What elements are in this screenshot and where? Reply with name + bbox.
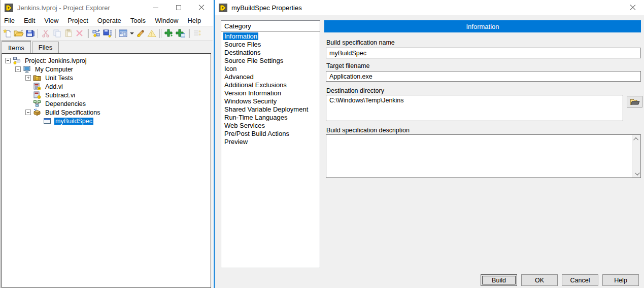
category-item-web-services[interactable]: Web Services (221, 122, 320, 130)
paste-icon[interactable] (62, 28, 74, 39)
vi-file-icon (33, 83, 41, 90)
tree-row-add-vi[interactable]: Add.vi (2, 82, 211, 91)
close-icon (198, 5, 205, 11)
tree-row-mybuildspec[interactable]: myBuildSpec (2, 117, 211, 125)
tree-row-unit-tests[interactable]: Unit Tests (2, 74, 211, 82)
category-item-source-file-settings[interactable]: Source File Settings (221, 57, 320, 65)
minimize-button[interactable] (144, 0, 167, 15)
warning-icon[interactable] (146, 28, 157, 39)
tree-label: Dependencies (44, 100, 87, 107)
dialog-close-button[interactable] (621, 0, 644, 15)
window-view-icon[interactable] (118, 28, 129, 39)
category-item-icon[interactable]: Icon (221, 65, 320, 73)
description-text (326, 135, 632, 177)
save-all-icon[interactable] (102, 28, 113, 39)
tab-files[interactable]: Files (32, 42, 59, 53)
maximize-icon (176, 5, 181, 10)
category-item-additional-exclusions[interactable]: Additional Exclusions (221, 81, 320, 89)
tabstrip: Items Files (1, 41, 213, 53)
category-item-windows-security[interactable]: Windows Security (221, 97, 320, 105)
category-item-destinations[interactable]: Destinations (221, 49, 320, 57)
tree-row-project[interactable]: Project: Jenkins.lvproj (2, 56, 211, 65)
description-input[interactable] (326, 134, 641, 178)
window-view-dropdown-icon[interactable] (130, 32, 134, 34)
help-button[interactable]: Help (602, 274, 639, 286)
add-item-icon[interactable] (163, 28, 175, 39)
menu-view[interactable]: View (40, 16, 63, 25)
destination-directory-label: Destination directory (326, 87, 384, 94)
new-file-icon[interactable] (2, 28, 13, 39)
edit-hand-icon[interactable] (135, 28, 146, 39)
menu-help[interactable]: Help (183, 16, 206, 25)
menu-file[interactable]: File (1, 16, 19, 25)
toolbar (1, 26, 213, 41)
target-filename-input[interactable] (326, 71, 641, 82)
tree-row-my-computer[interactable]: My Computer (2, 65, 211, 74)
collapse-expander-icon[interactable] (15, 66, 21, 72)
scroll-up-icon[interactable] (632, 135, 641, 143)
destination-directory-input[interactable]: C:\Windows\Temp\Jenkins (326, 95, 623, 121)
dependencies-icon (33, 100, 41, 107)
cut-icon[interactable] (40, 28, 51, 39)
menu-operate[interactable]: Operate (93, 16, 126, 25)
collapse-expander-icon[interactable] (5, 58, 11, 63)
build-spec-name-label: Build specification name (326, 39, 395, 46)
category-item-source-files[interactable]: Source Files (221, 41, 320, 49)
maximize-button[interactable] (167, 0, 190, 15)
resolve-conflicts-icon[interactable] (91, 28, 102, 39)
save-icon[interactable] (24, 28, 36, 39)
menu-tools[interactable]: Tools (126, 16, 150, 25)
category-item-shared-variable-deployment[interactable]: Shared Variable Deployment (221, 105, 320, 114)
dialog-title: myBuildSpec Properties (231, 4, 302, 12)
computer-icon (23, 65, 31, 73)
description-label: Build specification description (326, 127, 410, 134)
folder-icon (630, 98, 640, 105)
properties-dialog: myBuildSpec Properties Category Informat… (214, 0, 644, 288)
menu-edit[interactable]: Edit (19, 16, 40, 25)
tree-label: Build Specifications (44, 109, 101, 116)
scroll-down-icon[interactable] (632, 169, 641, 177)
expand-expander-icon[interactable] (25, 75, 31, 81)
open-folder-icon[interactable] (13, 28, 24, 39)
tree-label: Unit Tests (44, 75, 74, 82)
menu-project[interactable]: Project (63, 16, 92, 25)
tree-row-dependencies[interactable]: Dependencies (2, 99, 211, 108)
ok-button[interactable]: OK (521, 274, 558, 286)
application-icon (43, 117, 51, 125)
tab-items[interactable]: Items (2, 41, 31, 54)
tree-label: myBuildSpec (54, 118, 93, 125)
tree-label: Add.vi (44, 83, 64, 90)
category-item-preview[interactable]: Preview (221, 138, 320, 146)
close-button[interactable] (190, 0, 213, 15)
menu-window[interactable]: Window (150, 16, 183, 25)
menubar: File Edit View Project Operate Tools Win… (1, 15, 213, 26)
project-explorer-window: Jenkins.lvproj - Project Explorer File E… (0, 0, 213, 288)
dialog-titlebar: myBuildSpec Properties (215, 0, 644, 15)
category-item-pre-post-build-actions[interactable]: Pre/Post Build Actions (221, 130, 320, 138)
copy-icon[interactable] (51, 28, 62, 39)
description-scrollbar[interactable] (632, 135, 640, 177)
tree-row-subtract-vi[interactable]: Subtract.vi (2, 91, 211, 99)
build-button[interactable]: Build (481, 274, 517, 286)
category-item-version-information[interactable]: Version Information (221, 89, 320, 97)
minimize-icon (153, 8, 158, 8)
add-folder-icon[interactable] (175, 28, 186, 39)
build-specs-icon (33, 109, 41, 116)
target-filename-label: Target filename (326, 62, 369, 69)
list-partial-icon[interactable] (192, 28, 203, 39)
unit-tests-folder-icon (33, 74, 41, 82)
category-item-information[interactable]: Information (221, 32, 320, 41)
tree-label: Project: Jenkins.lvproj (24, 57, 88, 64)
browse-folder-button[interactable] (627, 96, 642, 107)
cancel-button[interactable]: Cancel (562, 274, 598, 286)
tree-row-build-specifications[interactable]: Build Specifications (2, 108, 211, 117)
collapse-expander-icon[interactable] (25, 110, 31, 115)
category-item-run-time-languages[interactable]: Run-Time Languages (221, 114, 320, 122)
labview-logo-icon (219, 4, 227, 12)
category-item-advanced[interactable]: Advanced (221, 73, 320, 81)
dialog-buttons: Build OK Cancel Help (481, 274, 639, 286)
build-spec-name-input[interactable] (326, 48, 641, 58)
explorer-titlebar: Jenkins.lvproj - Project Explorer (1, 0, 213, 15)
project-tree: Project: Jenkins.lvproj My Computer (2, 53, 211, 288)
delete-icon[interactable] (74, 28, 85, 39)
